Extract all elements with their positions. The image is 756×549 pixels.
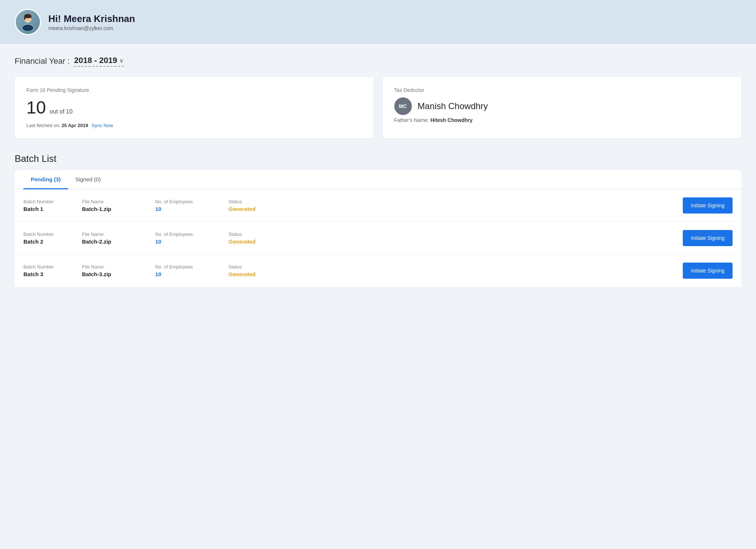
employees-count-1: 10	[155, 206, 228, 212]
status-badge-3: Generated	[228, 271, 667, 277]
batch-number-3: Batch 3	[23, 271, 82, 277]
col-file-3: File Name Batch-3.zip	[82, 264, 155, 277]
tab-signed[interactable]: Signed (0)	[68, 170, 108, 189]
tabs-row: Pending (3) Signed (0)	[15, 170, 741, 189]
file-name-2: Batch-2.zip	[82, 238, 155, 245]
form16-card-label: Form 16 Pending Signature	[26, 87, 362, 93]
tax-deductor-label: Tax Deductor	[394, 87, 730, 93]
deductor-avatar: MC	[394, 97, 412, 115]
col-header-status-2: Status	[228, 231, 667, 237]
form16-card: Form 16 Pending Signature 10 out of 10 L…	[15, 77, 374, 138]
user-avatar	[15, 9, 41, 35]
col-status-2: Status Generated	[228, 231, 667, 245]
tab-pending[interactable]: Pending (3)	[23, 170, 68, 189]
deductor-name: Manish Chowdhry	[418, 101, 488, 111]
app-header: Hi! Meera Krishnan meera.krishnan@zylker…	[0, 0, 756, 44]
last-fetched-prefix: Last fetched on:	[26, 123, 60, 128]
batch-list-section: Batch List Pending (3) Signed (0) Batch …	[15, 153, 741, 287]
col-status-1: Status Generated	[228, 199, 667, 212]
col-file-1: File Name Batch-1.zip	[82, 199, 155, 212]
col-file-2: File Name Batch-2.zip	[82, 231, 155, 245]
col-header-status-3: Status	[228, 264, 667, 270]
header-email: meera.krishnan@zylker.com	[48, 25, 135, 31]
form16-out-of: out of 10	[50, 108, 72, 115]
financial-year-dropdown[interactable]: 2018 - 2019 ∨	[74, 56, 123, 67]
col-batch-1: Batch Number Batch 1	[23, 199, 82, 212]
form16-count: 10	[26, 98, 46, 117]
status-badge-2: Generated	[228, 238, 667, 245]
employees-count-3: 10	[155, 271, 228, 277]
col-header-employees-3: No. of Employees	[155, 264, 228, 270]
status-badge-1: Generated	[228, 206, 667, 212]
financial-year-value: 2018 - 2019	[74, 56, 117, 65]
col-header-batch-3: Batch Number	[23, 264, 82, 270]
initiate-signing-button-3[interactable]: Initiate Signing	[683, 263, 733, 279]
financial-year-row: Financial Year : 2018 - 2019 ∨	[15, 56, 741, 67]
tax-deductor-info: MC Manish Chowdhry	[394, 97, 730, 115]
col-action-2: Initiate Signing	[667, 230, 733, 246]
col-action-1: Initiate Signing	[667, 197, 733, 214]
financial-year-label: Financial Year :	[15, 56, 70, 66]
col-header-batch: Batch Number	[23, 199, 82, 204]
table-row: Batch Number Batch 1 File Name Batch-1.z…	[15, 189, 741, 222]
col-action-3: Initiate Signing	[667, 263, 733, 279]
father-name: Hitesh Chowdhry	[431, 117, 473, 123]
table-row: Batch Number Batch 2 File Name Batch-2.z…	[15, 222, 741, 255]
header-greeting: Hi! Meera Krishnan	[48, 13, 135, 25]
tax-deductor-card: Tax Deductor MC Manish Chowdhry Father's…	[383, 77, 742, 138]
col-header-status: Status	[228, 199, 667, 204]
col-batch-2: Batch Number Batch 2	[23, 231, 82, 245]
sync-now-link[interactable]: Sync Now	[92, 123, 113, 128]
col-employees-3: No. of Employees 10	[155, 264, 228, 277]
col-batch-3: Batch Number Batch 3	[23, 264, 82, 277]
file-name-1: Batch-1.zip	[82, 206, 155, 212]
col-header-file-3: File Name	[82, 264, 155, 270]
batch-table: Batch Number Batch 1 File Name Batch-1.z…	[15, 189, 741, 287]
initiate-signing-button-1[interactable]: Initiate Signing	[683, 197, 733, 214]
initiate-signing-button-2[interactable]: Initiate Signing	[683, 230, 733, 246]
batch-list-title: Batch List	[15, 153, 741, 164]
tabs-container: Pending (3) Signed (0)	[15, 170, 741, 189]
col-header-batch-2: Batch Number	[23, 231, 82, 237]
col-employees-2: No. of Employees 10	[155, 231, 228, 245]
chevron-down-icon: ∨	[119, 57, 124, 64]
main-content: Financial Year : 2018 - 2019 ∨ Form 16 P…	[0, 44, 756, 549]
col-header-file: File Name	[82, 199, 155, 204]
col-header-employees: No. of Employees	[155, 199, 228, 204]
last-fetched-date: 25 Apr 2019	[62, 123, 88, 128]
deductor-father-row: Father's Name: Hitesh Chowdhry	[394, 117, 730, 123]
father-label: Father's Name:	[394, 117, 429, 123]
batch-number-1: Batch 1	[23, 206, 82, 212]
summary-cards: Form 16 Pending Signature 10 out of 10 L…	[15, 77, 741, 138]
employees-count-2: 10	[155, 238, 228, 245]
batch-number-2: Batch 2	[23, 238, 82, 245]
header-user-info: Hi! Meera Krishnan meera.krishnan@zylker…	[48, 13, 135, 31]
col-employees-1: No. of Employees 10	[155, 199, 228, 212]
svg-rect-5	[24, 17, 26, 20]
col-header-employees-2: No. of Employees	[155, 231, 228, 237]
col-status-3: Status Generated	[228, 264, 667, 277]
col-header-file-2: File Name	[82, 231, 155, 237]
file-name-3: Batch-3.zip	[82, 271, 155, 277]
form16-last-fetched: Last fetched on: 25 Apr 2019 Sync Now	[26, 123, 362, 128]
table-row: Batch Number Batch 3 File Name Batch-3.z…	[15, 255, 741, 287]
